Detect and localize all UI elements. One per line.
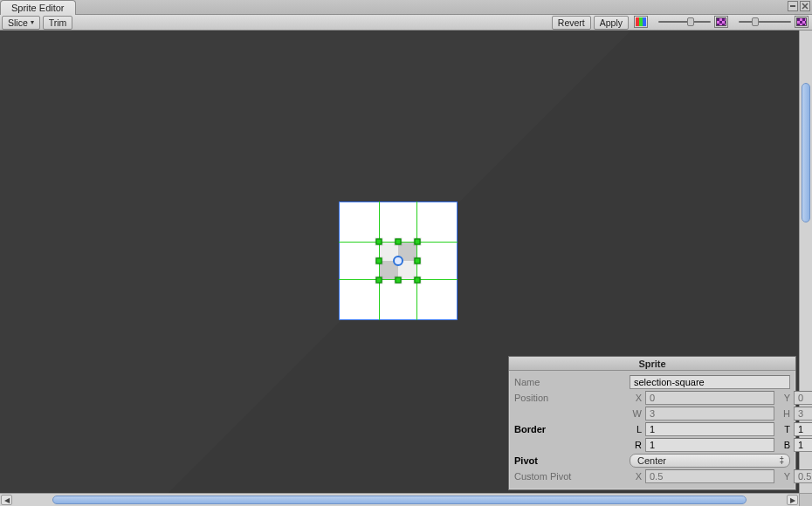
custom-pivot-label: Custom Pivot [514, 471, 626, 482]
sprite-editor-window: Sprite Editor Slice Trim Revert Apply [0, 0, 812, 506]
panel-title: Sprite [509, 357, 795, 371]
row-position-xy: Position X Y [514, 390, 790, 406]
name-field[interactable] [630, 375, 790, 389]
minimize-icon[interactable] [788, 1, 798, 11]
handle[interactable] [376, 239, 382, 245]
pivot-handle[interactable] [393, 256, 403, 266]
border-b-field[interactable] [794, 438, 812, 452]
apply-button[interactable]: Apply [594, 16, 629, 30]
border-t-field[interactable] [794, 422, 812, 436]
alpha-slider[interactable] [655, 15, 730, 29]
pos-y-field[interactable] [794, 391, 812, 405]
scroll-left-icon[interactable]: ◀ [1, 495, 12, 505]
position-label: Position [514, 393, 626, 403]
custom-pivot-y-field[interactable] [794, 469, 812, 483]
handle[interactable] [396, 239, 402, 245]
pivot-dropdown[interactable]: Center [630, 454, 790, 468]
row-border-lt: Border L T [514, 421, 790, 437]
sprite-properties-panel[interactable]: Sprite Name Position X Y W H Bor [508, 356, 796, 490]
scrollbar-thumb[interactable] [802, 83, 810, 222]
svg-rect-0 [790, 5, 795, 7]
handle[interactable] [376, 258, 382, 264]
pivot-label: Pivot [514, 455, 626, 466]
handle[interactable] [376, 277, 382, 284]
scroll-right-icon[interactable]: ▶ [787, 495, 798, 505]
pos-x-field[interactable] [645, 391, 774, 405]
pos-w-field[interactable] [645, 407, 774, 421]
name-label: Name [514, 377, 626, 387]
alpha-icon [714, 16, 728, 28]
row-custom-pivot: Custom Pivot X Y [514, 468, 790, 484]
handle[interactable] [415, 258, 421, 264]
window-buttons [788, 1, 810, 11]
scroll-corner [799, 493, 812, 506]
border-l-field[interactable] [645, 422, 774, 436]
close-icon[interactable] [800, 1, 810, 11]
handle[interactable] [396, 277, 402, 284]
row-name: Name [514, 374, 790, 390]
title-bar: Sprite Editor [0, 0, 812, 15]
window-tab[interactable]: Sprite Editor [0, 0, 76, 15]
trim-button[interactable]: Trim [43, 16, 73, 30]
row-position-wh: W H [514, 406, 790, 421]
zoom-slider[interactable] [735, 15, 810, 29]
row-pivot: Pivot Center [514, 453, 790, 468]
horizontal-scrollbar[interactable]: ◀ ▶ [0, 493, 799, 506]
rgb-icon [634, 16, 648, 28]
handle[interactable] [415, 277, 421, 284]
toolbar: Slice Trim Revert Apply [0, 15, 812, 31]
border-r-field[interactable] [645, 438, 774, 452]
revert-button[interactable]: Revert [552, 16, 591, 30]
scrollbar-thumb[interactable] [52, 496, 747, 504]
pos-h-field[interactable] [794, 407, 812, 421]
custom-pivot-x-field[interactable] [645, 469, 774, 483]
row-border-rb: R B [514, 437, 790, 453]
rgb-toggle[interactable] [634, 15, 650, 29]
sprite-canvas[interactable] [340, 202, 457, 319]
handle[interactable] [415, 239, 421, 245]
mip-icon [795, 16, 809, 28]
border-label: Border [514, 424, 626, 434]
slice-dropdown[interactable]: Slice [2, 16, 40, 30]
